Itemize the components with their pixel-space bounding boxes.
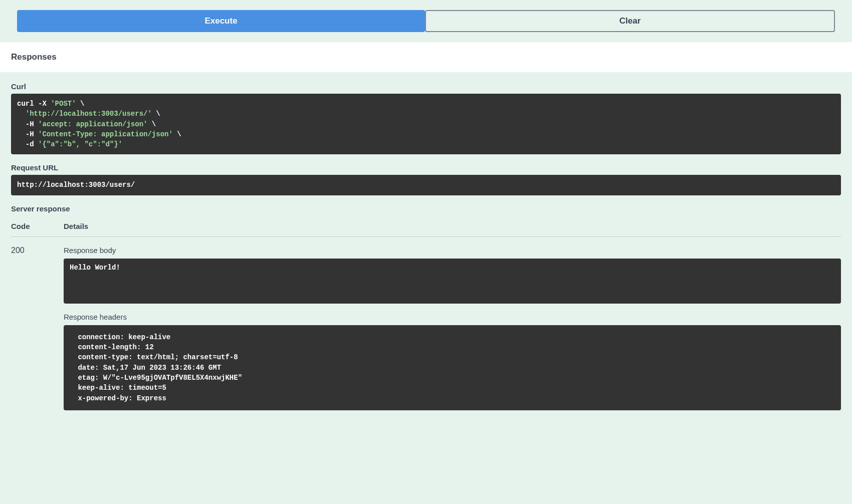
curl-header-accept: 'accept: application/json' bbox=[38, 120, 147, 128]
curl-method: 'POST' bbox=[51, 100, 76, 108]
response-row: 200 Response body Hello World! Response … bbox=[11, 237, 841, 410]
responses-content: Curl curl -X 'POST' \ 'http://localhost:… bbox=[0, 72, 852, 421]
request-url-block[interactable]: http://localhost:3003/users/ bbox=[11, 175, 841, 195]
response-code: 200 bbox=[11, 246, 64, 410]
response-body-label: Response body bbox=[64, 246, 841, 255]
server-response-label: Server response bbox=[11, 204, 841, 213]
curl-label: Curl bbox=[11, 82, 841, 91]
curl-url: 'http://localhost:3003/users/' bbox=[26, 110, 152, 118]
execute-button[interactable]: Execute bbox=[17, 10, 425, 32]
response-headers-block[interactable]: connection: keep-alive content-length: 1… bbox=[64, 325, 841, 410]
response-headers-label: Response headers bbox=[64, 313, 841, 321]
response-table-header: Code Details bbox=[11, 217, 841, 237]
details-column-header: Details bbox=[64, 222, 841, 230]
request-url-label: Request URL bbox=[11, 163, 841, 172]
curl-body: '{"a":"b", "c":"d"}' bbox=[38, 140, 122, 148]
curl-code-block[interactable]: curl -X 'POST' \ 'http://localhost:3003/… bbox=[11, 94, 841, 154]
clear-button[interactable]: Clear bbox=[425, 10, 835, 32]
response-details: Response body Hello World! Response head… bbox=[64, 246, 841, 410]
code-column-header: Code bbox=[11, 222, 64, 230]
curl-header-content-type: 'Content-Type: application/json' bbox=[38, 130, 173, 138]
response-body-block[interactable]: Hello World! bbox=[64, 259, 841, 304]
curl-text: curl -X bbox=[17, 100, 51, 108]
action-button-row: Execute Clear bbox=[0, 0, 852, 42]
responses-heading: Responses bbox=[0, 42, 852, 72]
